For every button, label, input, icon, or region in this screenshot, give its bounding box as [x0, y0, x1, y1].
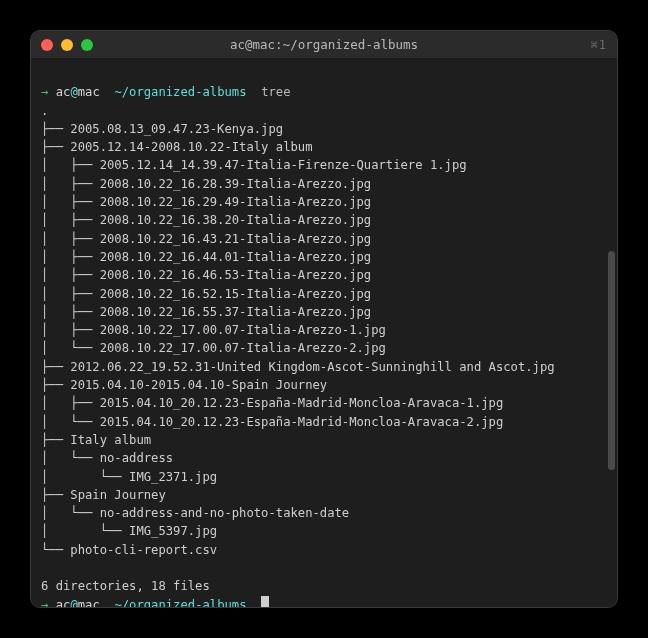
tree-row: │ └── no-address — [41, 451, 173, 465]
tree-row: │ ├── 2008.10.22_16.55.37-Italia-Arezzo.… — [41, 305, 371, 319]
close-icon[interactable] — [41, 39, 53, 51]
tree-row: ├── 2005.12.14-2008.10.22-Italy album — [41, 140, 313, 154]
tree-row: ├── Italy album — [41, 433, 151, 447]
prompt-user: ac — [56, 598, 71, 607]
tree-row: │ ├── 2008.10.22_16.28.39-Italia-Arezzo.… — [41, 177, 371, 191]
tree-row: │ ├── 2008.10.22_16.44.01-Italia-Arezzo.… — [41, 250, 371, 264]
prompt-command: tree — [254, 85, 291, 99]
cursor-icon — [261, 596, 269, 607]
window-title: ac@mac:~/organized-albums — [31, 37, 617, 52]
terminal-window: ac@mac:~/organized-albums ⌘1 → ac@mac ~/… — [30, 30, 618, 608]
maximize-icon[interactable] — [81, 39, 93, 51]
tree-row: ├── 2015.04.10-2015.04.10-Spain Journey — [41, 378, 327, 392]
tree-row: │ ├── 2015.04.10_20.12.23-España-Madrid-… — [41, 396, 503, 410]
tree-row: │ ├── 2008.10.22_16.38.20-Italia-Arezzo.… — [41, 213, 371, 227]
tree-row: │ └── IMG_5397.jpg — [41, 524, 217, 538]
tree-row: │ ├── 2008.10.22_16.52.15-Italia-Arezzo.… — [41, 287, 371, 301]
tree-row: │ ├── 2008.10.22_16.29.49-Italia-Arezzo.… — [41, 195, 371, 209]
tree-summary: 6 directories, 18 files — [41, 579, 210, 593]
prompt-path: ~/organized-albums — [107, 85, 254, 99]
tree-root: . — [41, 104, 48, 118]
prompt-host: mac — [78, 598, 100, 607]
prompt-arrow: → — [41, 598, 48, 607]
pane-indicator: ⌘1 — [591, 38, 607, 52]
terminal-body[interactable]: → ac@mac ~/organized-albums tree . ├── 2… — [31, 59, 617, 607]
tree-row: │ └── 2015.04.10_20.12.23-España-Madrid-… — [41, 415, 503, 429]
tree-row: │ └── no-address-and-no-photo-taken-date — [41, 506, 349, 520]
scrollbar-thumb[interactable] — [608, 251, 615, 470]
titlebar: ac@mac:~/organized-albums ⌘1 — [31, 31, 617, 59]
prompt-at: @ — [70, 85, 77, 99]
tree-row: ├── 2005.08.13_09.47.23-Kenya.jpg — [41, 122, 283, 136]
prompt-at: @ — [70, 598, 77, 607]
prompt-line-1: → ac@mac ~/organized-albums tree — [41, 85, 291, 99]
prompt-path: ~/organized-albums — [107, 598, 254, 607]
tree-row: ├── 2012.06.22_19.52.31-United Kingdom-A… — [41, 360, 555, 374]
tree-row: │ └── 2008.10.22_17.00.07-Italia-Arezzo-… — [41, 341, 386, 355]
tree-row: │ ├── 2008.10.22_17.00.07-Italia-Arezzo-… — [41, 323, 386, 337]
prompt-line-2: → ac@mac ~/organized-albums — [41, 598, 269, 607]
prompt-user: ac — [56, 85, 71, 99]
tree-row: │ └── IMG_2371.jpg — [41, 470, 217, 484]
prompt-arrow: → — [41, 85, 48, 99]
minimize-icon[interactable] — [61, 39, 73, 51]
tree-row: │ ├── 2008.10.22_16.46.53-Italia-Arezzo.… — [41, 268, 371, 282]
tree-row: └── photo-cli-report.csv — [41, 543, 217, 557]
tree-row: ├── Spain Journey — [41, 488, 166, 502]
traffic-lights — [41, 39, 93, 51]
tree-row: │ ├── 2008.10.22_16.43.21-Italia-Arezzo.… — [41, 232, 371, 246]
tree-row: │ ├── 2005.12.14_14.39.47-Italia-Firenze… — [41, 158, 467, 172]
prompt-host: mac — [78, 85, 100, 99]
